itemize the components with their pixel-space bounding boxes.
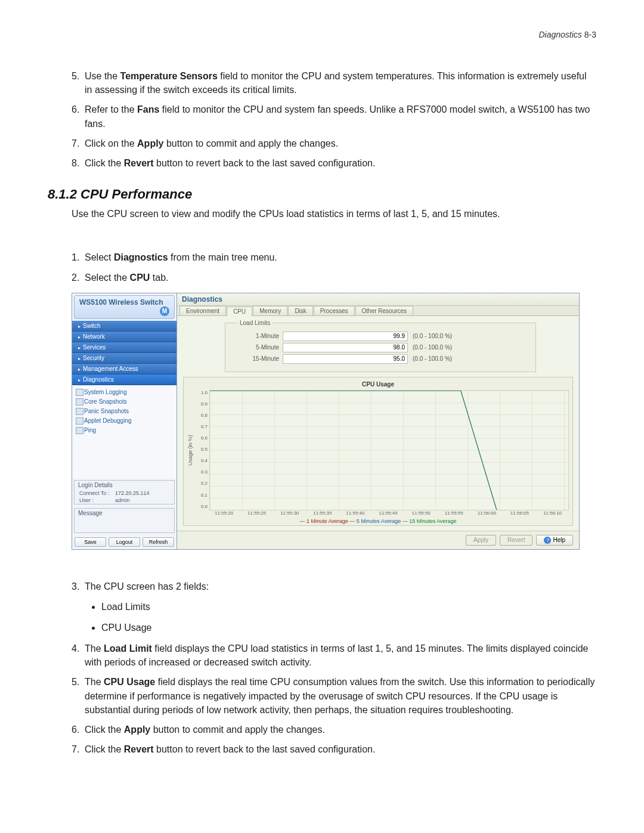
step-item: 7.Click the Revert button to revert back…: [72, 742, 596, 756]
chevron-right-icon: ▸: [78, 356, 80, 361]
steps-mid: 1.Select Diagnostics from the main tree …: [48, 250, 596, 284]
step-item: 7.Click on the Apply button to commit an…: [72, 137, 596, 150]
chart-plot: [209, 390, 569, 510]
step-item: 5.Use the Temperature Sensors field to m…: [72, 69, 596, 97]
apply-button[interactable]: Apply: [466, 535, 496, 546]
chevron-right-icon: ▸: [78, 367, 80, 372]
help-button[interactable]: ?Help: [536, 535, 573, 546]
nav-item-diagnostics[interactable]: ▸Diagnostics: [72, 374, 177, 385]
load-limit-row: 5-Minute(0.0 - 100.0 %): [237, 343, 524, 352]
tree-item-system-logging[interactable]: System Logging: [76, 388, 173, 397]
steps-bottom2: 4.The Load Limit field displays the CPU …: [48, 642, 596, 756]
revert-button[interactable]: Revert: [500, 535, 532, 546]
load-limit-row: 15-Minute(0.0 - 100.0 %): [237, 354, 524, 364]
step-item: 6.Click the Apply button to commit and a…: [72, 723, 596, 736]
tab-environment[interactable]: Environment: [179, 306, 226, 315]
logout-button[interactable]: Logout: [109, 537, 140, 547]
chevron-right-icon: ▸: [78, 324, 80, 329]
load-limit-input[interactable]: [283, 332, 408, 341]
header-page: 8-3: [584, 30, 596, 39]
bullet-item: Load Limits: [101, 599, 596, 615]
tab-processes[interactable]: Processes: [314, 306, 355, 315]
y-ticks: 1.00.90.80.70.60.50.40.30.20.10.0: [196, 390, 209, 509]
tree-item-panic-snapshots[interactable]: Panic Snapshots: [76, 407, 173, 416]
tree: System LoggingCore SnapshotsPanic Snapsh…: [72, 385, 177, 478]
help-icon: ?: [544, 537, 551, 544]
section-heading: 8.1.2 CPU Performance: [48, 187, 596, 202]
brand-icon: M: [160, 306, 169, 316]
content-title: Diagnostics: [177, 293, 579, 306]
tree-item-core-snapshots[interactable]: Core Snapshots: [76, 397, 173, 407]
refresh-button[interactable]: Refresh: [143, 537, 174, 547]
sidebar: WS5100 Wireless Switch M ▸Switch▸Network…: [72, 293, 177, 549]
step-item: 2.Select the CPU tab.: [72, 271, 596, 284]
cpu-usage-chart: CPU Usage Usage (in %) 1.00.90.80.70.60.…: [183, 377, 573, 526]
tree-item-ping[interactable]: Ping: [76, 426, 173, 435]
load-limit-row: 1-Minute(0.0 - 100.0 %): [237, 332, 524, 341]
nav-item-network[interactable]: ▸Network: [72, 332, 177, 342]
tab-memory[interactable]: Memory: [253, 306, 287, 315]
sidebar-title: WS5100 Wireless Switch M: [74, 295, 175, 319]
y-axis-label: Usage (in %): [187, 390, 196, 510]
x-ticks: 11:55:2011:55:2511:55:3011:55:3511:55:40…: [208, 510, 569, 516]
step-item: 1.Select Diagnostics from the main tree …: [72, 250, 596, 264]
chevron-right-icon: ▸: [78, 335, 80, 340]
bullet-item: CPU Usage: [101, 620, 596, 636]
steps-bottom: 3.The CPU screen has 2 fields:: [48, 580, 596, 593]
nav-item-switch[interactable]: ▸Switch: [72, 321, 177, 332]
step-item: 5.The CPU Usage field displays the real …: [72, 675, 596, 717]
chart-legend: — 1 Minute Average — 5 Minutes Average —…: [187, 518, 569, 524]
chevron-right-icon: ▸: [78, 345, 80, 351]
nav-item-management-access[interactable]: ▸Management Access: [72, 364, 177, 374]
tree-item-applet-debugging[interactable]: Applet Debugging: [76, 416, 173, 426]
page-header: Diagnostics 8-3: [48, 30, 596, 39]
steps-top: 5.Use the Temperature Sensors field to m…: [48, 69, 596, 170]
nav-item-security[interactable]: ▸Security: [72, 353, 177, 364]
tabs: EnvironmentCPUMemoryDiskProcessesOther R…: [177, 306, 579, 316]
step-item: 4.The Load Limit field displays the CPU …: [72, 642, 596, 669]
step-item: 6.Refer to the Fans field to monitor the…: [72, 103, 596, 130]
step-item: 8.Click the Revert button to revert back…: [72, 156, 596, 170]
footer-buttons: Apply Revert ?Help: [177, 531, 579, 549]
tab-cpu[interactable]: CPU: [227, 306, 252, 316]
nav: ▸Switch▸Network▸Services▸Security▸Manage…: [72, 321, 177, 385]
nav-item-services[interactable]: ▸Services: [72, 342, 177, 353]
load-limit-input[interactable]: [283, 354, 408, 364]
login-box: Login Details Connect To :172.20.25.114 …: [74, 480, 175, 504]
content-area: Diagnostics EnvironmentCPUMemoryDiskProc…: [177, 293, 579, 549]
header-section: Diagnostics: [539, 30, 582, 39]
save-button[interactable]: Save: [75, 537, 106, 547]
load-limits: Load Limits 1-Minute(0.0 - 100.0 %)5-Min…: [225, 320, 536, 372]
chevron-right-icon: ▸: [78, 377, 80, 383]
section-intro: Use the CPU screen to view and modify th…: [48, 207, 596, 221]
load-limit-input[interactable]: [283, 343, 408, 352]
tab-disk[interactable]: Disk: [288, 306, 312, 315]
app-window: WS5100 Wireless Switch M ▸Switch▸Network…: [72, 293, 580, 550]
step-item: 3.The CPU screen has 2 fields:: [72, 580, 596, 593]
message-box: Message: [74, 508, 175, 533]
tab-other-resources[interactable]: Other Resources: [355, 306, 414, 315]
sidebar-buttons: SaveLogoutRefresh: [72, 535, 177, 549]
bullet-list: Load LimitsCPU Usage: [48, 599, 596, 636]
